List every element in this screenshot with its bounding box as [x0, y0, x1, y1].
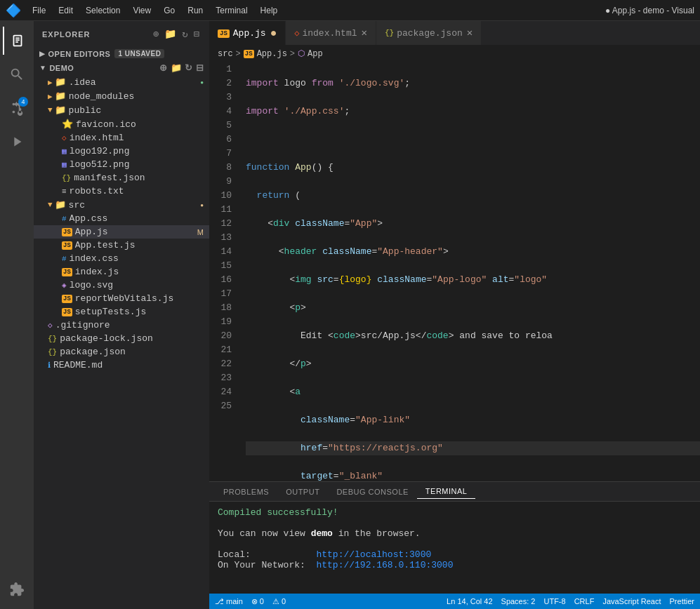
file-icon-css: #	[62, 255, 67, 263]
list-item[interactable]: ▼ 📁 public	[34, 103, 209, 117]
file-icon-js: JS	[62, 241, 72, 250]
new-folder-icon-demo[interactable]: 📁	[171, 62, 183, 73]
new-file-icon-demo[interactable]: ⊕	[159, 62, 168, 73]
code-line: target="_blank"	[246, 469, 700, 481]
panel-tab-debug[interactable]: Debug Console	[328, 485, 416, 499]
menu-help[interactable]: Help	[255, 4, 284, 17]
breadcrumb-app[interactable]: App	[308, 49, 323, 59]
list-item[interactable]: # index.css	[34, 252, 209, 265]
collapse-demo-icon[interactable]: ⊟	[196, 62, 204, 73]
file-name-label: package.json	[60, 347, 209, 357]
language-status[interactable]: JavaScript React	[602, 597, 661, 605]
tab-packagejson[interactable]: {} package.json ✕	[376, 21, 482, 45]
encoding-status[interactable]: UTF-8	[543, 597, 565, 605]
menu-run[interactable]: Run	[182, 4, 209, 17]
list-item[interactable]: ▦ logo512.png	[34, 158, 209, 171]
explorer-title: Explorer	[42, 30, 91, 39]
list-item[interactable]: ▶ 📁 node_modules	[34, 89, 209, 103]
tab-close-icon[interactable]: ✕	[467, 28, 473, 38]
explorer-activity-icon[interactable]	[3, 27, 31, 55]
source-control-activity-icon[interactable]: 4	[3, 94, 31, 122]
list-item[interactable]: ◇ .gitignore	[34, 319, 209, 332]
refresh-demo-icon[interactable]: ↻	[185, 62, 193, 73]
new-file-icon[interactable]: ⊕	[152, 27, 160, 41]
list-item[interactable]: ▦ logo192.png	[34, 145, 209, 158]
demo-chevron: ▼	[39, 64, 46, 72]
cursor-position[interactable]: Ln 14, Col 42	[447, 597, 492, 605]
tab-appjs[interactable]: JS App.js ●	[209, 21, 286, 45]
list-item[interactable]: JS reportWebVitals.js	[34, 292, 209, 305]
folder-chevron-icon: ▼	[48, 201, 53, 209]
extensions-activity-icon[interactable]	[3, 575, 31, 603]
file-icon-bc: JS	[244, 50, 254, 58]
menu-go[interactable]: Go	[158, 4, 180, 17]
file-icon-js: JS	[62, 228, 72, 236]
run-activity-icon[interactable]	[3, 128, 31, 156]
breadcrumb-appjs[interactable]: App.js	[257, 49, 287, 59]
code-line: <a	[246, 385, 700, 399]
panel-tab-problems[interactable]: Problems	[215, 485, 277, 499]
cursor-pos-label: Ln 14, Col 42	[447, 597, 492, 605]
demo-label: Demo	[49, 64, 74, 72]
list-item[interactable]: ≡ robots.txt	[34, 185, 209, 198]
search-activity-icon[interactable]	[3, 60, 31, 88]
eol-status[interactable]: CRLF	[574, 597, 595, 605]
modified-badge: M	[197, 228, 204, 236]
file-icon-json: {}	[48, 348, 57, 356]
list-item[interactable]: ⭐ favicon.ico	[34, 117, 209, 131]
indentation-status[interactable]: Spaces: 2	[501, 597, 536, 605]
warnings-status[interactable]: ⚠ 0	[272, 597, 286, 606]
file-name-label: .idea	[69, 77, 201, 88]
list-item[interactable]: ◇ index.html	[34, 131, 209, 145]
menu-terminal[interactable]: Terminal	[210, 4, 253, 17]
open-editors-section[interactable]: ▶ Open Editors 1 Unsaved	[34, 47, 209, 60]
list-item[interactable]: ▼ 📁 src ●	[34, 198, 209, 212]
list-item[interactable]: {} manifest.json	[34, 171, 209, 185]
list-item[interactable]: ℹ README.md	[34, 359, 209, 372]
vscode-icon: 🔷	[6, 3, 21, 18]
list-item[interactable]: JS setupTests.js	[34, 305, 209, 319]
new-folder-icon[interactable]: 📁	[163, 27, 178, 41]
code-line: import './App.css';	[246, 105, 700, 119]
panel-tab-output[interactable]: Output	[277, 485, 328, 499]
folder-icon: 📁	[55, 76, 66, 88]
panel-content[interactable]: Compiled successfully! You can now view …	[209, 502, 700, 594]
list-item[interactable]: JS index.js	[34, 265, 209, 279]
tab-indexhtml[interactable]: ◇ index.html ✕	[286, 21, 376, 45]
breadcrumb-component-icon: ⬡	[298, 48, 305, 59]
errors-status[interactable]: ⊗ 0	[251, 597, 264, 606]
editor-and-panel: 12345 6789 10● 1112131415 1617181920 212…	[209, 62, 700, 594]
file-name-label: reportWebVitals.js	[75, 293, 209, 304]
list-item[interactable]: {} package.json	[34, 345, 209, 359]
code-lines[interactable]: import logo from './logo.svg'; import '.…	[239, 62, 700, 481]
list-item[interactable]: ◈ logo.svg	[34, 279, 209, 292]
menu-edit[interactable]: Edit	[53, 4, 79, 17]
collapse-icon[interactable]: ⊟	[192, 27, 201, 41]
breadcrumb-src[interactable]: src	[218, 49, 233, 59]
formatter-status[interactable]: Prettier	[670, 597, 694, 605]
list-item[interactable]: {} package-lock.json	[34, 332, 209, 345]
list-item[interactable]: JS App.js M	[34, 225, 209, 239]
tab-close-icon[interactable]: ✕	[361, 28, 366, 38]
panel-tab-terminal[interactable]: Terminal	[417, 484, 476, 499]
code-line: Edit <code>src/App.js</code> and save to…	[246, 329, 700, 343]
menu-file[interactable]: File	[27, 4, 51, 17]
menu-view[interactable]: View	[127, 4, 157, 17]
code-area[interactable]: 12345 6789 10● 1112131415 1617181920 212…	[209, 62, 700, 481]
breadcrumb: src > JS App.js > ⬡ App	[209, 46, 700, 62]
code-line: function App() {	[246, 161, 700, 175]
menu-bar[interactable]: File Edit Selection View Go Run Terminal…	[27, 4, 283, 17]
folder-icon: 📁	[55, 199, 66, 210]
file-name-label: logo.svg	[70, 280, 209, 290]
language-label: JavaScript React	[602, 597, 661, 605]
tab-icon-js: JS	[218, 29, 230, 38]
terminal-line: You can now view demo in the browser.	[218, 528, 692, 539]
file-icon-txt: ≡	[62, 187, 67, 196]
menu-selection[interactable]: Selection	[80, 4, 126, 17]
list-item[interactable]: ▶ 📁 .idea ●	[34, 75, 209, 89]
demo-section-header[interactable]: ▼ Demo ⊕ 📁 ↻ ⊟	[34, 60, 209, 75]
list-item[interactable]: JS App.test.js	[34, 239, 209, 252]
refresh-icon[interactable]: ↻	[180, 27, 189, 41]
list-item[interactable]: # App.css	[34, 212, 209, 225]
git-branch-status[interactable]: ⎇ main	[215, 597, 243, 606]
